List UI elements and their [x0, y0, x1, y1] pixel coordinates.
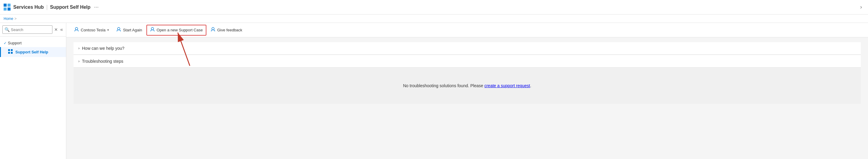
- search-input[interactable]: [11, 27, 50, 32]
- search-container: 🔍 ✕ «: [0, 23, 66, 36]
- svg-rect-3: [7, 7, 10, 10]
- open-case-icon: [150, 27, 155, 33]
- title-separator: |: [46, 4, 48, 10]
- svg-rect-6: [8, 52, 10, 54]
- give-feedback-icon: [211, 27, 215, 33]
- svg-point-9: [118, 27, 120, 30]
- toolbar: Contoso Tesla ▾ Start Again: [66, 23, 868, 37]
- give-feedback-label: Give feedback: [217, 28, 242, 32]
- svg-point-8: [75, 27, 78, 30]
- search-collapse-button[interactable]: «: [60, 27, 64, 32]
- open-case-label: Open a new Support Case: [157, 28, 203, 32]
- start-again-icon: [116, 27, 121, 33]
- top-bar: Services Hub | Support Self Help ··· ›: [0, 0, 868, 15]
- app-subtitle: Support Self Help: [50, 4, 90, 10]
- contoso-tesla-button[interactable]: Contoso Tesla ▾: [71, 25, 112, 35]
- contoso-icon: [74, 27, 79, 33]
- search-input-wrapper[interactable]: 🔍: [2, 25, 53, 34]
- nav-section: ✓ Support Support Self Help: [0, 36, 66, 59]
- accordion-section-help: › How can we help you?: [73, 42, 861, 55]
- svg-point-10: [151, 27, 154, 30]
- search-clear-button[interactable]: ✕: [54, 27, 58, 32]
- accordion-header-help[interactable]: › How can we help you?: [73, 42, 861, 55]
- give-feedback-button[interactable]: Give feedback: [208, 25, 245, 35]
- svg-point-11: [212, 27, 214, 30]
- svg-rect-5: [11, 49, 13, 51]
- breadcrumb: Home >: [0, 15, 868, 23]
- svg-rect-0: [4, 4, 7, 7]
- create-request-link[interactable]: create a support request: [485, 83, 530, 88]
- nav-item-icon: [8, 49, 13, 55]
- svg-rect-1: [7, 4, 10, 7]
- accordion-body-troubleshoot: No troubleshooting solutions found. Plea…: [73, 68, 861, 104]
- nav-item-label: Support Self Help: [16, 50, 48, 54]
- nav-group-label: Support: [8, 41, 22, 45]
- accordion-title-troubleshoot: Troubleshooting steps: [82, 59, 123, 64]
- svg-rect-2: [4, 7, 7, 10]
- app-title: Services Hub: [13, 4, 44, 10]
- breadcrumb-separator: >: [14, 17, 17, 21]
- sidebar-item-support-self-help[interactable]: Support Self Help: [0, 47, 66, 57]
- sidebar: 🔍 ✕ « ✓ Support: [0, 23, 66, 159]
- start-again-button[interactable]: Start Again: [113, 25, 145, 35]
- accordion-header-troubleshoot[interactable]: › Troubleshooting steps: [73, 55, 861, 68]
- top-bar-right: ›: [858, 3, 864, 11]
- start-again-label: Start Again: [123, 28, 142, 32]
- accordion-title-help: How can we help you?: [82, 46, 124, 51]
- breadcrumb-home[interactable]: Home: [4, 17, 13, 21]
- content-area: Contoso Tesla ▾ Start Again: [66, 23, 868, 159]
- logo-icon: [4, 4, 11, 11]
- contoso-dropdown-arrow: ▾: [107, 28, 109, 32]
- svg-rect-4: [8, 49, 10, 51]
- search-icon: 🔍: [4, 27, 10, 32]
- contoso-label: Contoso Tesla: [81, 28, 105, 32]
- nav-group-support[interactable]: ✓ Support: [0, 39, 66, 47]
- check-icon: ✓: [4, 41, 7, 45]
- open-support-case-button[interactable]: Open a new Support Case: [147, 25, 206, 35]
- no-results-text: No troubleshooting solutions found. Plea…: [403, 83, 531, 88]
- accordion-section-troubleshoot: › Troubleshooting steps No troubleshooti…: [73, 55, 861, 104]
- ellipsis-button[interactable]: ···: [93, 3, 100, 11]
- accordion-chevron-help: ›: [78, 46, 80, 50]
- svg-rect-7: [11, 52, 13, 54]
- accordion-chevron-troubleshoot: ›: [78, 59, 80, 63]
- logo-area: Services Hub | Support Self Help: [4, 4, 90, 11]
- main-content: › How can we help you? › Troubleshooting…: [66, 37, 868, 159]
- main-layout: 🔍 ✕ « ✓ Support: [0, 23, 868, 159]
- chevron-right-icon: ›: [858, 3, 864, 11]
